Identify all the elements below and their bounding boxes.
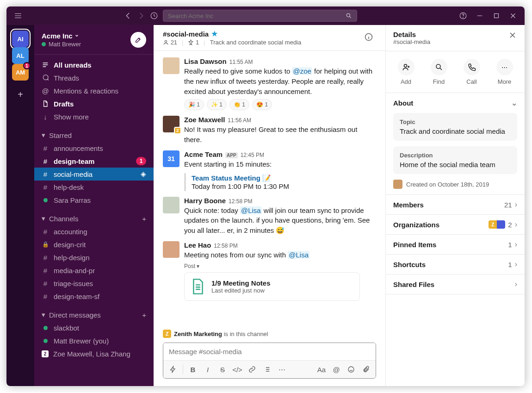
sidebar-item[interactable]: 🔒design-crit	[34, 238, 154, 251]
mention[interactable]: @Lisa	[240, 206, 262, 214]
member-count[interactable]: 21	[163, 39, 177, 46]
search-input-wrap[interactable]	[163, 10, 357, 22]
about-section-header[interactable]: About⌄	[393, 99, 517, 107]
list-button[interactable]	[260, 362, 274, 376]
channel-title[interactable]: #social-media★	[163, 30, 301, 38]
history-back-icon[interactable]	[124, 12, 132, 20]
sidebar-item-label: design-team	[54, 157, 94, 165]
add-channel-button[interactable]: +	[142, 215, 146, 223]
workspace-tile[interactable]: AM1	[12, 64, 29, 81]
message-author[interactable]: Harry Boone	[184, 197, 226, 205]
sidebar-item[interactable]: Matt Brewer (you)	[34, 334, 154, 347]
sidebar-item[interactable]: #triage-issues	[34, 277, 154, 290]
sidebar-item[interactable]: #social-media◈	[34, 168, 154, 181]
star-icon[interactable]: ★	[211, 30, 217, 38]
link-button[interactable]	[245, 362, 259, 376]
message-author[interactable]: Lisa Dawson	[184, 57, 227, 65]
shared-files-row[interactable]: Shared Files›	[393, 280, 517, 288]
sidebar-item[interactable]: #design-team-sf	[34, 290, 154, 303]
unread-badge: 1	[23, 62, 31, 69]
emoji-button[interactable]	[344, 362, 358, 376]
more-formatting-button[interactable]: ⋯	[275, 362, 289, 376]
window-maximize-icon[interactable]	[492, 12, 501, 20]
compose-button[interactable]	[130, 32, 146, 48]
section-channels[interactable]: ▾Channels+	[34, 212, 154, 225]
nav-mentions[interactable]: @Mentions & reactions	[34, 84, 154, 97]
pinned-row[interactable]: Pinned Items1›	[393, 240, 517, 249]
mention[interactable]: @Lisa	[288, 251, 309, 259]
document-icon	[191, 278, 205, 295]
post-label[interactable]: Post ▾	[184, 263, 376, 269]
shortcuts-row[interactable]: Shortcuts1›	[393, 260, 517, 268]
section-starred[interactable]: ▾Starred	[34, 129, 154, 142]
channel-topic[interactable]: Track and coordinate social media	[210, 39, 302, 46]
section-dms[interactable]: ▾Direct messages+	[34, 308, 154, 321]
history-forward-icon[interactable]	[137, 12, 145, 20]
event-title[interactable]: Team Status Meeting 📝	[192, 174, 376, 182]
sidebar-item[interactable]: #help-desk	[34, 181, 154, 193]
add-workspace-button[interactable]: +	[12, 86, 29, 103]
all-unreads-icon	[42, 61, 49, 69]
reaction[interactable]: 👏 1	[229, 99, 249, 110]
members-row[interactable]: Members21›	[393, 200, 517, 209]
window-minimize-icon[interactable]	[476, 12, 484, 20]
strike-button[interactable]: S	[216, 362, 229, 376]
sidebar-item[interactable]: 2Zoe Maxwell, Lisa Zhang	[34, 347, 154, 360]
help-icon[interactable]	[459, 12, 467, 20]
workspace-switcher[interactable]: Acme Inc	[42, 32, 81, 40]
organizations-row[interactable]: OrganizationsZ2›	[393, 220, 517, 229]
menu-icon[interactable]	[14, 12, 22, 20]
code-button[interactable]: </>	[230, 362, 244, 376]
current-user[interactable]: Matt Brewer	[42, 41, 81, 48]
bold-button[interactable]: B	[186, 362, 200, 376]
user-avatar[interactable]	[163, 57, 179, 74]
mention[interactable]: @zoe	[292, 67, 312, 75]
user-avatar[interactable]	[163, 197, 179, 213]
sidebar-item-label: Matt Brewer (you)	[54, 337, 109, 345]
search-input[interactable]	[168, 12, 346, 19]
window-close-icon[interactable]	[509, 12, 517, 20]
italic-button[interactable]: I	[201, 362, 215, 376]
details-more-button[interactable]: ⋯More	[496, 59, 513, 85]
sidebar-item[interactable]: #help-design	[34, 251, 154, 264]
add-dm-button[interactable]: +	[142, 311, 146, 319]
nav-threads[interactable]: Threads	[34, 71, 154, 84]
message-author[interactable]: Zoe Maxwell	[184, 116, 225, 124]
sidebar-item-label: design-team-sf	[54, 293, 99, 300]
attach-button[interactable]	[359, 362, 373, 376]
svg-point-8	[404, 64, 407, 67]
mention-button[interactable]: @	[329, 362, 343, 376]
nav-show-more[interactable]: ↓Show more	[34, 110, 154, 123]
about-topic[interactable]: Topic Track and coordinate social media	[393, 113, 517, 141]
details-find-button[interactable]: Find	[431, 59, 447, 85]
workspace-tile[interactable]: AL	[12, 47, 29, 64]
details-call-button[interactable]: Call	[464, 59, 480, 85]
nav-all-unreads[interactable]: All unreads	[34, 58, 154, 71]
sidebar-item[interactable]: #announcements	[34, 142, 154, 155]
close-icon[interactable]	[508, 31, 517, 40]
nav-drafts[interactable]: Drafts	[34, 97, 154, 110]
message-author[interactable]: Acme Team	[184, 150, 223, 158]
sidebar-item[interactable]: Sara Parras	[34, 193, 154, 206]
chevron-right-icon: ›	[515, 220, 517, 229]
sidebar-item[interactable]: slackbot	[34, 321, 154, 334]
reaction[interactable]: ✨ 1	[207, 99, 227, 110]
file-attachment[interactable]: 1/9 Meeting NotesLast edited just now	[184, 272, 360, 301]
channel-details-button[interactable]	[361, 30, 376, 44]
about-description[interactable]: Description Home of the social media tea…	[393, 146, 517, 174]
sidebar-item[interactable]: #media-and-pr	[34, 264, 154, 277]
user-avatar[interactable]	[163, 241, 179, 258]
sidebar-item[interactable]: #design-team1	[34, 155, 154, 168]
sidebar-item[interactable]: #accounting	[34, 225, 154, 238]
reaction[interactable]: 🎉 1	[184, 99, 204, 110]
workspace-tile[interactable]: AI	[12, 31, 29, 47]
details-add-button[interactable]: Add	[398, 59, 414, 85]
message-input[interactable]	[163, 343, 376, 360]
pin-count[interactable]: 1	[188, 39, 199, 46]
reaction[interactable]: 😍 1	[252, 99, 272, 110]
text-format-button[interactable]: Aa	[315, 362, 328, 376]
user-avatar[interactable]: Z	[163, 116, 179, 132]
lightning-icon[interactable]	[166, 362, 180, 376]
clock-icon[interactable]	[150, 12, 158, 20]
message-author[interactable]: Lee Hao	[184, 241, 211, 249]
